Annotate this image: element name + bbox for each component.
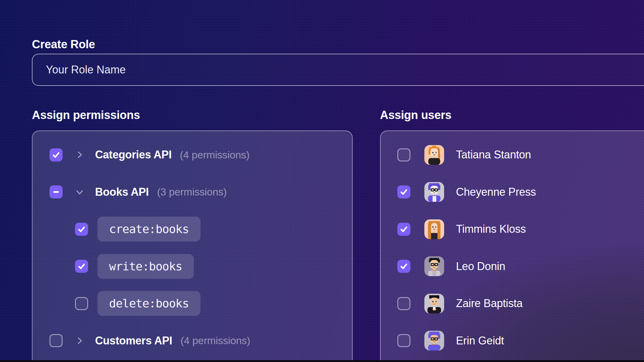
user-row[interactable]: Leo Donin: [381, 248, 644, 285]
indeterminate-icon: [52, 188, 60, 196]
permission-row-write-books: write:books: [33, 248, 352, 285]
check-icon: [400, 225, 408, 233]
avatar: [424, 294, 444, 313]
permission-group-name: Customers API: [95, 334, 172, 347]
user-name: Zaire Baptista: [456, 297, 522, 310]
user-row[interactable]: Timmins Kloss: [381, 211, 644, 248]
check-icon: [52, 151, 60, 159]
chevron-down-icon[interactable]: [75, 188, 84, 197]
user-row[interactable]: Erin Geidt: [381, 322, 644, 360]
permission-row-delete-books: delete:books: [33, 285, 352, 322]
check-icon: [400, 262, 408, 270]
permissions-card: Categories API (4 permissions) Books API…: [32, 130, 353, 362]
bottom-edge-bar: [0, 360, 644, 362]
user-name: Leo Donin: [456, 260, 505, 273]
user-checkbox[interactable]: [397, 297, 410, 310]
assign-users-heading: Assign users: [380, 109, 451, 122]
role-name-input[interactable]: [32, 54, 644, 86]
permission-tag[interactable]: create:books: [98, 217, 200, 242]
user-checkbox[interactable]: [397, 260, 410, 273]
user-row[interactable]: Tatiana Stanton: [381, 136, 644, 174]
chevron-right-icon[interactable]: [75, 150, 84, 159]
user-checkbox[interactable]: [397, 185, 410, 198]
user-checkbox[interactable]: [397, 223, 410, 236]
avatar: [424, 331, 444, 350]
permission-group-row-customers: Customers API (4 permissions): [33, 322, 352, 360]
avatar: [424, 219, 444, 239]
user-checkbox[interactable]: [397, 148, 410, 161]
page-title: Create Role: [32, 38, 95, 51]
assign-permissions-heading: Assign permissions: [32, 109, 140, 122]
avatar: [424, 145, 444, 165]
user-name: Tatiana Stanton: [456, 148, 531, 161]
write-books-checkbox[interactable]: [75, 260, 88, 273]
chevron-right-icon[interactable]: [75, 336, 84, 345]
check-icon: [400, 188, 408, 196]
permission-group-name: Categories API: [95, 148, 172, 161]
permission-row-create-books: create:books: [33, 211, 352, 248]
permission-group-row-books: Books API (3 permissions): [33, 174, 352, 211]
permission-group-count: (4 permissions): [180, 335, 250, 347]
permission-group-row-categories: Categories API (4 permissions): [33, 136, 352, 174]
avatar: [424, 182, 444, 202]
permission-group-count: (3 permissions): [157, 186, 227, 198]
permission-group-name: Books API: [95, 186, 149, 198]
user-checkbox[interactable]: [397, 334, 410, 347]
check-icon: [77, 225, 86, 233]
permission-tag[interactable]: delete:books: [98, 291, 200, 316]
user-name: Timmins Kloss: [456, 223, 526, 235]
users-card: Tatiana Stanton Cheyenne Press: [380, 130, 644, 362]
permission-group-count: (4 permissions): [180, 149, 249, 161]
customers-api-checkbox[interactable]: [50, 334, 63, 347]
user-name: Cheyenne Press: [456, 186, 536, 198]
create-books-checkbox[interactable]: [75, 223, 88, 236]
permission-tag[interactable]: write:books: [98, 254, 194, 279]
delete-books-checkbox[interactable]: [75, 297, 88, 310]
user-row[interactable]: Zaire Baptista: [381, 285, 644, 322]
user-row[interactable]: Cheyenne Press: [381, 174, 644, 211]
check-icon: [77, 262, 86, 270]
categories-api-checkbox[interactable]: [50, 148, 63, 161]
user-name: Erin Geidt: [456, 334, 504, 347]
avatar: [424, 256, 444, 276]
books-api-checkbox[interactable]: [50, 185, 63, 198]
